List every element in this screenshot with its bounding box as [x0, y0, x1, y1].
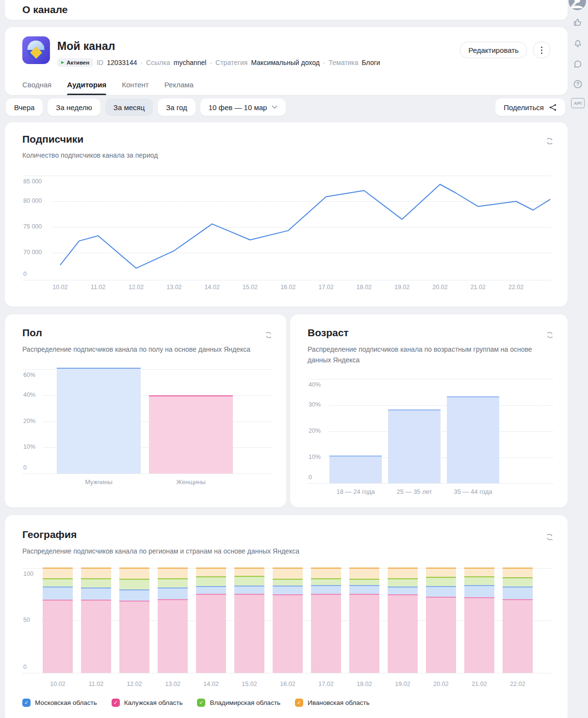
- geography-legend: ✓Московская область✓Калужская область✓Вл…: [22, 699, 370, 707]
- subscribers-line: [60, 184, 550, 268]
- channel-card: Мой канал ▶Активен ID12033144·Ссылкаmych…: [5, 27, 568, 95]
- category-label: Мужчины: [63, 478, 135, 486]
- bell-icon[interactable]: [573, 38, 583, 49]
- segment-Ивановская область: [426, 568, 456, 577]
- help-icon[interactable]: ?: [573, 79, 583, 89]
- tab-сводная[interactable]: Сводная: [22, 81, 51, 95]
- segment-Калужская область: [234, 594, 264, 673]
- page-header: О канале: [5, 0, 568, 20]
- segment-Владимирская область: [234, 576, 264, 585]
- category-label: Женщины: [155, 478, 228, 486]
- legend-item[interactable]: ✓Ивановская область: [295, 699, 370, 707]
- segment-Владимирская область: [311, 578, 341, 585]
- api-icon[interactable]: API: [571, 98, 585, 108]
- segment-Ивановская область: [503, 568, 533, 578]
- chat-icon[interactable]: [573, 59, 583, 69]
- main-content: О канале Мой канал ▶Активен: [5, 0, 568, 718]
- x-tick-label: 10.02: [41, 681, 75, 687]
- y-tick-label: 100: [23, 571, 33, 577]
- chevron-down-icon: [272, 105, 278, 109]
- segment-Ивановская область: [234, 568, 264, 576]
- share-icon: [549, 103, 557, 112]
- edit-button[interactable]: Редактировать: [460, 42, 527, 58]
- y-tick-label: 30%: [309, 401, 321, 408]
- geography-card: География Распределение подписчиков кана…: [5, 515, 568, 718]
- meta-separator: ·: [210, 59, 212, 66]
- grid-line: [23, 473, 272, 474]
- segment-Калужская область: [273, 594, 303, 673]
- preset-за-неделю[interactable]: За неделю: [48, 98, 100, 116]
- y-tick-label: 0: [23, 664, 27, 670]
- meta-value: mychannel: [174, 59, 207, 66]
- right-rail: ? API: [568, 0, 588, 718]
- date-range-value: 10 фев — 10 мар: [209, 103, 267, 112]
- user-avatar[interactable]: [569, 0, 586, 10]
- legend-item[interactable]: ✓Московская область: [22, 699, 97, 707]
- tab-реклама[interactable]: Реклама: [164, 81, 194, 95]
- share-button[interactable]: Поделиться: [495, 98, 565, 116]
- legend-item[interactable]: ✓Владимирская область: [197, 699, 280, 707]
- segment-Московская область: [426, 586, 456, 597]
- preset-за-год[interactable]: За год: [158, 98, 195, 116]
- segment-Московская область: [273, 586, 303, 594]
- gender-chart: 60%40%20%10%0МужчиныЖенщины: [5, 314, 286, 507]
- bar-Мужчины: [57, 368, 141, 473]
- segment-Владимирская область: [158, 578, 188, 587]
- x-tick-label: 15.02: [232, 681, 266, 687]
- legend-checkbox-icon[interactable]: ✓: [295, 699, 303, 707]
- segment-Калужская область: [311, 594, 341, 673]
- grid-line: [329, 431, 553, 432]
- segment-Московская область: [349, 585, 379, 594]
- meta-label: ID: [97, 59, 103, 66]
- y-tick-label: 20%: [23, 418, 35, 424]
- bar-25 — 35 лет: [388, 409, 441, 483]
- preset-вчера[interactable]: Вчера: [6, 98, 43, 116]
- legend-checkbox-icon[interactable]: ✓: [22, 699, 31, 707]
- x-tick-label: 11.02: [79, 681, 113, 687]
- bar-18 — 24 года: [329, 456, 382, 483]
- legend-label: Калужская область: [124, 699, 183, 706]
- thumb-up-icon[interactable]: [573, 17, 583, 27]
- segment-Ивановская область: [349, 568, 379, 579]
- segment-Владимирская область: [43, 578, 73, 587]
- segment-Ивановская область: [464, 568, 494, 576]
- segment-Московская область: [388, 587, 418, 594]
- x-tick-label: 21.02: [462, 681, 496, 687]
- svg-text:?: ?: [576, 81, 579, 87]
- y-tick-label: 40%: [23, 392, 35, 398]
- play-icon: ▶: [61, 61, 64, 65]
- x-tick-label: 12.02: [117, 681, 151, 687]
- date-range-picker[interactable]: 10 фев — 10 мар: [200, 98, 286, 116]
- segment-Калужская область: [158, 599, 188, 673]
- meta-label: Ссылка: [146, 59, 170, 66]
- segment-Ивановская область: [119, 568, 149, 579]
- x-tick-label: 17.02: [309, 681, 343, 687]
- y-tick-label: 40%: [309, 381, 321, 388]
- period-toolbar: ВчераЗа неделюЗа месяцЗа год10 фев — 10 …: [6, 98, 568, 116]
- legend-checkbox-icon[interactable]: ✓: [197, 699, 205, 707]
- channel-avatar: [22, 36, 50, 64]
- grid-line: [23, 673, 551, 673]
- legend-checkbox-icon[interactable]: ✓: [112, 699, 120, 707]
- preset-за-месяц[interactable]: За месяц: [105, 98, 153, 116]
- tab-аудитория[interactable]: Аудитория: [67, 81, 106, 95]
- page-title: О канале: [5, 0, 568, 16]
- segment-Калужская область: [196, 594, 226, 673]
- segment-Московская область: [119, 589, 149, 601]
- kebab-menu-button[interactable]: [533, 42, 550, 58]
- segment-Калужская область: [349, 594, 379, 673]
- subscribers-card: Подписчики Количество подписчиков канала…: [5, 122, 568, 307]
- x-tick-label: 22.02: [501, 681, 535, 687]
- legend-label: Московская область: [35, 699, 97, 706]
- segment-Калужская область: [503, 599, 533, 673]
- status-badge: ▶Активен: [57, 58, 93, 67]
- y-tick-label: 10%: [309, 454, 321, 460]
- tab-контент[interactable]: Контент: [122, 81, 149, 95]
- segment-Ивановская область: [273, 568, 303, 579]
- segment-Ивановская область: [81, 568, 111, 578]
- x-tick-label: 14.02: [194, 681, 228, 687]
- x-tick-label: 16.02: [271, 681, 305, 687]
- legend-item[interactable]: ✓Калужская область: [112, 699, 183, 707]
- grid-line: [329, 405, 553, 406]
- y-tick-label: 50: [23, 617, 30, 623]
